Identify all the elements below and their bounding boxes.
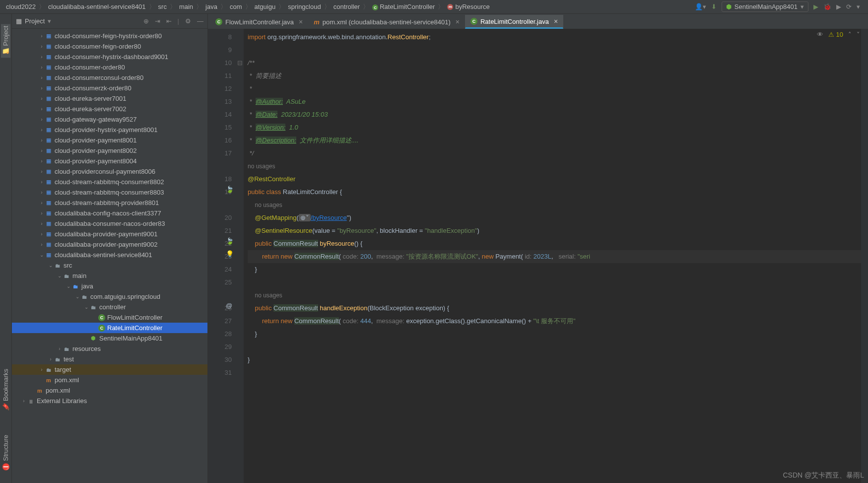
panel-title: Project	[25, 17, 45, 25]
tree-item[interactable]: ›▦cloud-gateway-gateway9527	[12, 114, 207, 125]
tree-item[interactable]: ›▦cloud-consumer-order80	[12, 62, 207, 72]
project-icon: ▦	[16, 17, 22, 25]
tree-item[interactable]: ›⫼External Libraries	[12, 396, 207, 406]
tree-item[interactable]: ›▦cloud-eureka-server7001	[12, 93, 207, 104]
tree-item[interactable]: ⌄🖿controller	[12, 302, 207, 312]
tree-item[interactable]: ›▦cloud-stream-rabbitmq-consumer8802	[12, 177, 207, 187]
code-editor[interactable]: 8910111213141516171819202122232425262728…	[208, 29, 868, 483]
breadcrumb-item[interactable]: cloud2022	[4, 3, 38, 10]
settings-icon[interactable]: ⚙	[185, 17, 191, 25]
run-icon[interactable]: ▶	[813, 3, 818, 10]
expand-all-icon[interactable]: ⇥	[155, 17, 160, 25]
tree-item[interactable]: ›🖿test	[12, 354, 207, 364]
tree-item[interactable]: ⌄🖿java	[12, 281, 207, 291]
tool-tab-structure[interactable]: ⛔Structure	[1, 433, 10, 473]
breadcrumb-item[interactable]: springcloud	[286, 3, 323, 10]
reader-mode-icon[interactable]: 👁	[817, 31, 823, 38]
breadcrumb-bar: cloud2022〉cloudalibaba-sentinel-service8…	[0, 0, 868, 14]
breadcrumb-item[interactable]: controller	[332, 3, 362, 10]
tree-item[interactable]: CRateLimitController	[12, 323, 207, 333]
breadcrumb-item[interactable]: java	[203, 3, 219, 10]
editor-tab[interactable]: mpom.xml (cloudalibaba-sentinel-service8…	[308, 15, 465, 29]
build-icon[interactable]: ⬇	[711, 3, 717, 10]
tree-item[interactable]: ⌄🖿main	[12, 271, 207, 281]
tree-item[interactable]: ›▦cloud-provider-payment8002	[12, 145, 207, 156]
user-icon[interactable]: 👤▾	[695, 3, 706, 10]
tree-item[interactable]: ›🖿target	[12, 364, 207, 375]
editor-tab[interactable]: CFlowLimitController.java×	[210, 15, 308, 29]
breadcrumb-item[interactable]: CRateLimitController	[370, 3, 437, 10]
tree-item[interactable]: ›🖿resources	[12, 344, 207, 354]
tree-item[interactable]: ›▦cloud-consumer-hystrix-dashboard9001	[12, 52, 207, 62]
tree-item[interactable]: ›▦cloud-consumerzk-order80	[12, 83, 207, 93]
editor-tab[interactable]: CRateLimitController.java×	[465, 15, 563, 29]
marker-strip	[861, 29, 868, 483]
select-opened-icon[interactable]: ⊕	[143, 17, 149, 25]
tree-item[interactable]: ›▦cloud-stream-rabbitmq-consumer8803	[12, 187, 207, 198]
warning-indicator[interactable]: ⚠ 10	[828, 31, 843, 38]
tree-item[interactable]: ›▦cloudalibaba-provider-payment9001	[12, 229, 207, 239]
tree-item[interactable]: ›▦cloud-provider-payment8001	[12, 135, 207, 145]
tree-item[interactable]: ›▦cloud-consumer-feign-order80	[12, 41, 207, 52]
tree-item[interactable]: ›▦cloud-consumer-feign-hystrix-order80	[12, 31, 207, 41]
tree-item[interactable]: ›▦cloud-providerconsul-payment8006	[12, 166, 207, 177]
left-tool-strip: 📁Project 🔖Bookmarks ⛔Structure	[0, 14, 12, 483]
tree-item[interactable]: ›▦cloud-provider-payment8004	[12, 156, 207, 166]
tree-item[interactable]: ›▦cloudalibaba-config-nacos-client3377	[12, 208, 207, 218]
tree-item[interactable]: ›▦cloud-consumerconsul-order80	[12, 72, 207, 83]
watermark: CSDN @艾卡西亚、暴雨L	[783, 471, 864, 480]
collapse-all-icon[interactable]: ⇤	[166, 17, 172, 25]
breadcrumb-item[interactable]: atguigu	[253, 3, 278, 10]
tree-item[interactable]: ›▦cloud-stream-rabbitmq-provider8801	[12, 198, 207, 208]
tree-item[interactable]: ›▦cloud-provider-hystrix-payment8001	[12, 125, 207, 135]
tree-item[interactable]: ›▦cloud-eureka-server7002	[12, 104, 207, 114]
breadcrumb-item[interactable]: main	[177, 3, 195, 10]
breadcrumb-item[interactable]: com	[228, 3, 244, 10]
tree-item[interactable]: ⌄▦cloudalibaba-sentinel-service8401	[12, 250, 207, 260]
tree-item[interactable]: ›▦cloudalibaba-consumer-nacos-order83	[12, 218, 207, 229]
editor-tabs: CFlowLimitController.java×mpom.xml (clou…	[208, 14, 868, 29]
attach-icon[interactable]: ⟳	[846, 3, 852, 10]
breadcrumb-item[interactable]: cloudalibaba-sentinel-service8401	[46, 3, 148, 10]
minimize-icon[interactable]: —	[197, 17, 203, 25]
project-tree[interactable]: ›▦cloud-consumer-feign-hystrix-order80›▦…	[12, 29, 207, 483]
tool-tab-bookmarks[interactable]: 🔖Bookmarks	[1, 367, 10, 413]
tree-item[interactable]: ⌄🖿com.atguigu.springcloud	[12, 291, 207, 302]
tool-tab-project[interactable]: 📁Project	[1, 24, 10, 58]
breadcrumb-item[interactable]: src	[156, 3, 169, 10]
run-config-selector[interactable]: ⬢SentinelMainApp8401▾	[722, 1, 808, 12]
debug-icon[interactable]: 🐞	[823, 3, 831, 10]
project-panel: ▦Project▾ ⊕ ⇥ ⇤ | ⚙ — ›▦cloud-consumer-f…	[12, 14, 208, 483]
tree-item[interactable]: mpom.xml	[12, 375, 207, 385]
run-with-icon[interactable]: ▶	[836, 3, 841, 10]
tree-item[interactable]: ⌄🖿src	[12, 260, 207, 271]
tree-item[interactable]: ›▦cloudalibaba-provider-payment9002	[12, 239, 207, 250]
tree-item[interactable]: CFlowLimitController	[12, 312, 207, 323]
tree-item[interactable]: mpom.xml	[12, 385, 207, 396]
tree-item[interactable]: ⬢SentinelMainApp8401	[12, 333, 207, 344]
nav-up-icon[interactable]: ˄	[848, 31, 852, 38]
more-icon[interactable]: ▾	[857, 3, 860, 10]
nav-down-icon[interactable]: ˅	[857, 31, 860, 38]
